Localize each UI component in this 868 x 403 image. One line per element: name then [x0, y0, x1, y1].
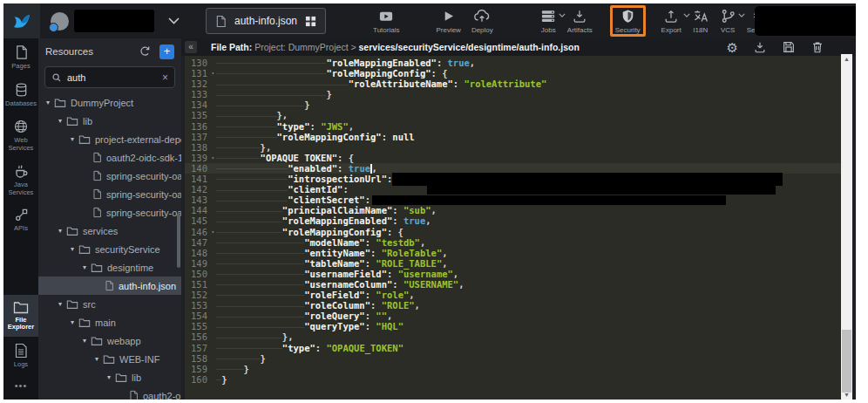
- line-number: 130: [185, 58, 207, 68]
- tree-expand-icon[interactable]: ▾: [92, 355, 101, 363]
- line-number: 135: [185, 110, 207, 120]
- tree-item-project-external-depend[interactable]: ▾project-external-depend: [38, 130, 181, 148]
- gutter-space: [207, 364, 214, 374]
- file-delete-trash-icon[interactable]: [810, 40, 824, 54]
- code-line-158: 158 }: [185, 353, 841, 364]
- scroll-up-arrow-icon[interactable]: ▲: [841, 54, 852, 64]
- sidebar-item-apis[interactable]: APIs: [3, 202, 38, 238]
- project-selector[interactable]: [51, 10, 180, 32]
- code-text: }: [214, 364, 249, 374]
- line-number: 151: [185, 279, 207, 290]
- code-line-133: 133 }: [185, 89, 841, 99]
- code-text: "tableName": "ROLE_TABLE",: [214, 258, 448, 269]
- line-number: 156: [185, 331, 207, 342]
- grid-icon[interactable]: [305, 16, 316, 27]
- toolbar-label: Artifacts: [567, 26, 593, 34]
- file-path-bar: « File Path: Project: DummyProject > ser…: [181, 38, 856, 56]
- tree-item-webapp[interactable]: ▾webapp: [38, 331, 181, 350]
- gutter-space: [207, 195, 214, 205]
- tree-item-oauth2-o[interactable]: oauth2-o: [38, 386, 181, 400]
- tree-expand-icon[interactable]: ▾: [80, 337, 89, 345]
- tree-item-spring-security-oaut[interactable]: spring-security-oaut: [38, 185, 181, 203]
- tree-item-designtime[interactable]: ▾designtime: [38, 258, 181, 277]
- tree-expand-icon[interactable]: ▾: [80, 263, 89, 271]
- tree-item-services[interactable]: ▾services: [38, 222, 181, 240]
- tree-expand-icon[interactable]: ▾: [68, 135, 77, 143]
- toolbar-i18n[interactable]: I18N: [687, 5, 715, 36]
- tree-item-lib[interactable]: ▾lib: [38, 368, 181, 386]
- sidebar-item-web-services[interactable]: Web Services: [3, 113, 38, 157]
- fold-marker-icon[interactable]: ▾: [207, 227, 214, 237]
- tree-item-spring-security-oaut[interactable]: spring-security-oaut: [38, 203, 181, 222]
- code-line-131: 131▾ "roleMappingConfig": {: [185, 68, 841, 79]
- page-scrollbar[interactable]: ▲ ▼: [841, 54, 852, 400]
- sidebar-item-file-explorer[interactable]: File Explorer: [3, 295, 38, 337]
- clear-search-icon[interactable]: ×: [162, 72, 168, 84]
- line-number: 137: [185, 132, 207, 142]
- sidebar-more-icon[interactable]: •••: [15, 373, 28, 400]
- resources-panel: Resources + auth × ▾DummyProject▾lib▾pro…: [38, 38, 181, 400]
- collapse-panel-icon[interactable]: «: [185, 41, 197, 53]
- sidebar-item-java-services[interactable]: Java Services: [3, 157, 38, 202]
- tab-auth-info-json[interactable]: auth-info.json: [206, 8, 326, 34]
- sidebar-item-pages[interactable]: Pages: [3, 38, 38, 76]
- folder-icon: [91, 263, 103, 273]
- code-line-150: 150 "usernameField": "username",: [185, 269, 841, 279]
- toolbar-deploy[interactable]: Deploy: [466, 5, 498, 36]
- tutorials-icon: [377, 8, 395, 24]
- tree-expand-icon[interactable]: ▾: [105, 373, 113, 381]
- file-download-icon[interactable]: [753, 40, 767, 54]
- cloud-upload-icon: [473, 8, 491, 24]
- tree-expand-icon[interactable]: ▾: [56, 300, 64, 308]
- toolbar-artifacts[interactable]: Artifacts: [562, 5, 598, 36]
- toolbar-preview[interactable]: Preview: [431, 5, 465, 36]
- tree-expand-icon[interactable]: ▾: [56, 227, 64, 235]
- code-text: "roleMappingEnabled": true,: [214, 215, 431, 226]
- toolbar-security[interactable]: Security: [610, 5, 646, 37]
- tree-item-oauth2-oidc-sdk-10[interactable]: oauth2-oidc-sdk-10: [38, 148, 181, 167]
- tree-item-securityservice[interactable]: ▾securityService: [38, 240, 181, 258]
- chevron-down-icon[interactable]: [168, 17, 180, 24]
- search-input[interactable]: auth: [67, 72, 162, 83]
- tree-item-dummyproject[interactable]: ▾DummyProject: [38, 93, 181, 112]
- code-line-155: 155 "queryType": "HQL": [185, 321, 841, 331]
- code-line-159: 159 }: [185, 364, 841, 374]
- line-number: 149: [185, 258, 207, 269]
- tree-item-web-inf[interactable]: ▾WEB-INF: [38, 350, 181, 368]
- search-box[interactable]: auth ×: [44, 66, 175, 88]
- tree-expand-icon[interactable]: ▾: [44, 99, 52, 106]
- wavemaker-logo[interactable]: [3, 3, 40, 38]
- file-save-icon[interactable]: [782, 40, 796, 54]
- add-resource-button[interactable]: +: [159, 44, 174, 59]
- code-text: }: [214, 353, 266, 364]
- code-editor[interactable]: 130 "roleMappingEnabled": true,131▾ "rol…: [185, 56, 841, 400]
- tree-expand-icon[interactable]: ▾: [56, 117, 64, 125]
- tree-item-src[interactable]: ▾src: [38, 295, 181, 313]
- toolbar-vcs[interactable]: VCS: [715, 5, 742, 36]
- tree-expand-icon[interactable]: ▾: [68, 245, 77, 253]
- sidebar-item-label: Java Services: [3, 181, 38, 196]
- tree-item-main[interactable]: ▾main: [38, 313, 181, 331]
- resources-scrollbar[interactable]: [177, 214, 180, 268]
- fold-marker-icon[interactable]: ▾: [207, 153, 214, 163]
- scrollbar-thumb[interactable]: [842, 330, 851, 393]
- tree-item-auth-info-json[interactable]: auth-info.json: [38, 277, 181, 295]
- toolbar-tutorials[interactable]: Tutorials: [368, 5, 404, 36]
- folder-icon: [78, 134, 91, 145]
- toolbar-export[interactable]: Export: [656, 5, 687, 36]
- sidebar-item-logs[interactable]: Logs: [3, 337, 38, 374]
- fold-marker-icon[interactable]: ▾: [207, 68, 214, 79]
- gutter-space: [207, 269, 214, 279]
- tree-expand-icon[interactable]: ▾: [68, 318, 77, 326]
- scroll-down-arrow-icon[interactable]: ▼: [841, 390, 852, 400]
- tree-item-lib[interactable]: ▾lib: [38, 112, 181, 130]
- toolbar-jobs[interactable]: Jobs: [535, 5, 562, 36]
- tree-item-label: services: [83, 226, 118, 236]
- sidebar-item-label: Web Services: [3, 137, 38, 152]
- refresh-icon[interactable]: [139, 45, 151, 58]
- file-settings-gear-icon[interactable]: ⚙: [727, 41, 738, 54]
- tree-item-spring-security-oaut[interactable]: spring-security-oaut: [38, 167, 181, 185]
- code-text: "roleField": "role",: [214, 290, 415, 300]
- folder-icon: [66, 116, 78, 126]
- sidebar-item-databases[interactable]: Databases: [3, 76, 38, 113]
